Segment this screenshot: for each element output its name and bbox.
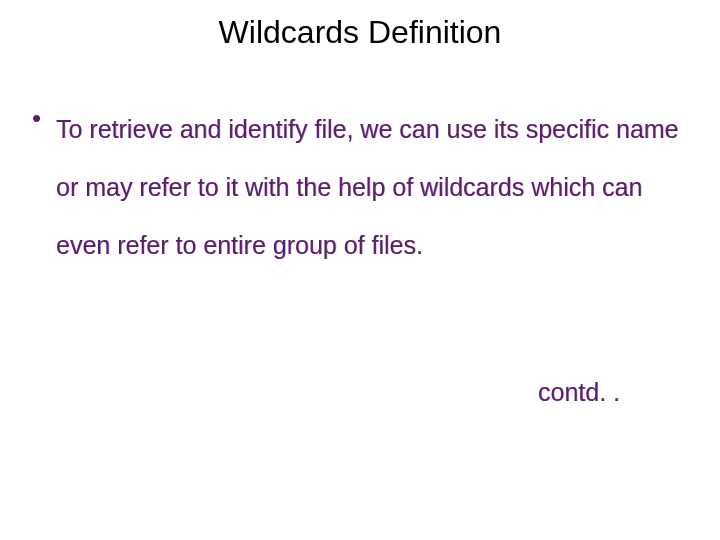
slide: Wildcards Definition • To retrieve and i… — [0, 0, 720, 540]
bullet-text: To retrieve and identify file, we can us… — [56, 100, 690, 274]
continued-label: contd. . — [538, 378, 620, 407]
bullet-item: • To retrieve and identify file, we can … — [30, 100, 690, 274]
slide-title: Wildcards Definition — [0, 14, 720, 51]
slide-body: • To retrieve and identify file, we can … — [30, 100, 690, 274]
bullet-marker: • — [30, 100, 56, 136]
